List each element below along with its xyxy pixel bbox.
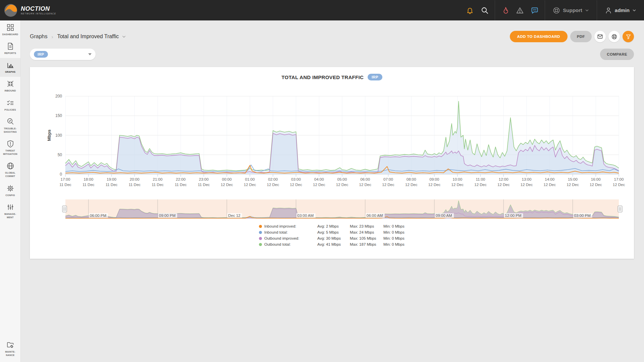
legend-max-value: Max: 105 Mbps	[350, 236, 383, 240]
x-tick-date: 12 Dec	[405, 183, 418, 187]
x-tick-time: 19:00	[107, 177, 116, 181]
sidebar-item-policies[interactable]: POLICIES	[0, 96, 20, 115]
legend-series-name: Inbound total:	[264, 230, 317, 234]
filter-funnel-icon	[626, 34, 631, 40]
sidebar-item-troubleshooting[interactable]: TROUBLE-SHOOTING	[0, 115, 20, 137]
sidebar-item-label: THREAT MITIGATION	[1, 149, 19, 156]
x-tick-time: 09:00	[430, 177, 439, 181]
x-tick-date: 12 Dec	[567, 183, 579, 187]
chart-card: TOTAL AND IMPROVED TRAFFIC IRP 050100150…	[30, 67, 634, 259]
search-button[interactable]	[477, 0, 492, 20]
filter-button[interactable]	[623, 31, 634, 42]
range-selector[interactable]: 06:00 PM09:00 PMDec 1203:00 AM06:00 AM09…	[62, 199, 622, 219]
x-tick-time: 03:00	[291, 177, 301, 181]
x-tick-date: 12 Dec	[267, 183, 279, 187]
search-icon	[481, 6, 489, 14]
legend-avg-value: Avg: 2 Mbps	[317, 224, 350, 228]
user-menu[interactable]: admin	[600, 6, 644, 14]
sidebar-item-graphs[interactable]: GRAPHS	[0, 58, 20, 77]
x-tick-date: 12 Dec	[497, 183, 510, 187]
range-selector-label: 03:00 AM	[298, 214, 314, 218]
range-selector-label: 09:00 AM	[436, 214, 452, 218]
graphs-icon	[6, 61, 14, 69]
dashboard-icon	[6, 23, 14, 32]
pdf-button[interactable]: PDF	[570, 31, 592, 42]
x-tick-time: 06:00	[360, 177, 370, 181]
legend-row-outbound-total: Outbound total:Avg: 41 MbpsMax: 187 Mbps…	[259, 241, 412, 247]
x-tick-time: 23:00	[199, 177, 209, 181]
irp-instance-dropdown[interactable]: IRP	[30, 49, 96, 60]
sidebar-item-config[interactable]: CONFIG	[0, 181, 20, 200]
x-tick-date: 12 Dec	[221, 183, 233, 187]
policies-icon	[6, 99, 14, 107]
legend-series-name: Outbound total:	[264, 242, 317, 246]
breadcrumb-current-dropdown[interactable]: Total and Improved Traffic	[57, 34, 126, 40]
config-icon	[6, 184, 14, 192]
x-tick-date: 11 Dec	[198, 183, 210, 187]
legend-color-dot	[259, 231, 262, 234]
compare-button[interactable]: COMPARE	[600, 49, 634, 60]
x-tick-time: 12:00	[499, 177, 508, 181]
x-tick-time: 08:00	[407, 177, 416, 181]
flame-icon	[501, 6, 509, 14]
sidebar-item-threat-mitigation[interactable]: THREAT MITIGATION	[0, 137, 20, 159]
range-selector-label: 12:00 PM	[505, 214, 521, 218]
legend-color-dot	[259, 237, 262, 240]
sidebar-item-maintenance[interactable]: MAINTE-NANCE	[0, 338, 20, 360]
bell-icon	[466, 6, 474, 14]
threat-mitigation-icon	[6, 140, 14, 148]
range-selector-label: 06:00 AM	[367, 214, 383, 218]
legend-max-value: Max: 23 Mbps	[350, 224, 383, 228]
help-button[interactable]	[608, 31, 620, 42]
alerts-button[interactable]	[513, 0, 527, 20]
breadcrumb: Graphs › Total and Improved Traffic	[30, 34, 126, 40]
sidebar-item-dashboard[interactable]: DASHBOARD	[0, 20, 20, 39]
range-handle-right[interactable]	[618, 206, 622, 212]
support-menu[interactable]: Support	[548, 6, 594, 14]
range-handle-left[interactable]	[62, 206, 67, 212]
x-tick-date: 12 Dec	[359, 183, 372, 187]
notifications-button[interactable]	[463, 0, 477, 20]
x-tick-date: 12 Dec	[613, 183, 625, 187]
y-tick-label: 100	[55, 133, 62, 138]
topbar-divider	[495, 0, 495, 20]
sidebar-item-management[interactable]: MANAGE-MENT	[0, 200, 20, 222]
topbar-divider	[597, 0, 597, 20]
x-tick-date: 12 Dec	[474, 183, 487, 187]
noction-logo-icon	[4, 4, 17, 17]
y-tick-label: 0	[60, 172, 62, 177]
y-axis-label: Mbps	[47, 130, 52, 141]
x-tick-time: 01:00	[245, 177, 255, 181]
x-tick-time: 11:00	[476, 177, 485, 181]
messages-button[interactable]	[527, 0, 542, 20]
legend-avg-value: Avg: 41 Mbps	[317, 242, 350, 246]
sidebar-item-label: INBOUND	[1, 89, 19, 93]
sidebar-item-global-commit[interactable]: GLOBAL COMMIT	[0, 159, 20, 181]
email-report-button[interactable]	[594, 31, 606, 42]
x-tick-date: 12 Dec	[313, 183, 325, 187]
reports-icon	[6, 42, 14, 50]
sidebar-item-label: CONFIG	[1, 194, 19, 197]
breadcrumb-graphs-link[interactable]: Graphs	[30, 34, 47, 40]
legend-row-inbound-improved: Inbound improved:Avg: 2 MbpsMax: 23 Mbps…	[259, 223, 412, 229]
x-tick-time: 10:00	[452, 177, 462, 181]
x-tick-time: 04:00	[314, 177, 324, 181]
legend-min-value: Min: 0 Mbps	[383, 224, 412, 228]
range-selector-label: 09:00 PM	[159, 214, 175, 218]
x-tick-date: 11 Dec	[128, 183, 141, 187]
x-tick-date: 11 Dec	[175, 183, 187, 187]
support-label: Support	[563, 7, 582, 13]
x-tick-time: 21:00	[153, 177, 163, 181]
sidebar-item-inbound[interactable]: INBOUND	[0, 77, 20, 96]
noction-logo[interactable]: NOCTION NETWORK INTELLIGENCE	[4, 4, 56, 17]
range-selector-label: 06:00 PM	[90, 214, 106, 218]
add-to-dashboard-button[interactable]: ADD TO DASHBOARD	[510, 31, 568, 42]
irp-status-button[interactable]	[498, 0, 513, 20]
main-chart-area: 050100150200Mbps17:0011 Dec18:0011 Dec19…	[47, 94, 625, 187]
brand-name: NOCTION	[21, 6, 56, 12]
sidebar-item-reports[interactable]: REPORTS	[0, 39, 20, 58]
x-tick-time: 18:00	[84, 177, 93, 181]
range-selector-label: Dec 12	[228, 214, 240, 218]
x-tick-time: 00:00	[222, 177, 232, 181]
chat-bubble-icon	[531, 6, 539, 14]
